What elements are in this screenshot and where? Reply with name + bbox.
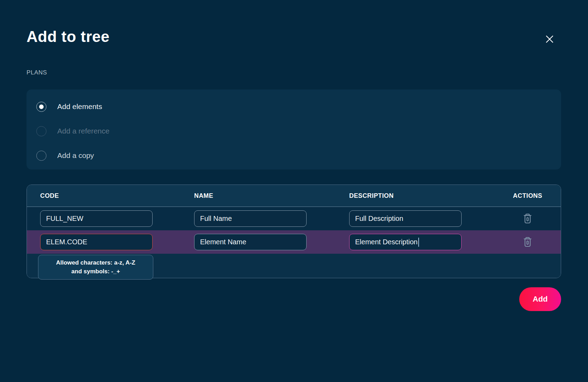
delete-row-button[interactable] [522, 237, 533, 248]
code-input[interactable]: FULL_NEW [40, 210, 153, 227]
add-button[interactable]: Add [519, 287, 561, 311]
name-input[interactable]: Element Name [194, 234, 307, 250]
radio-unselected-icon[interactable] [36, 151, 46, 161]
radio-label: Add elements [57, 102, 102, 111]
delete-row-button[interactable] [522, 213, 533, 224]
name-value: Full Name [200, 215, 232, 223]
close-button[interactable] [544, 34, 555, 45]
add-to-tree-modal: Add to tree PLANS Add elements Add a ref… [0, 0, 588, 382]
page-title: Add to tree [27, 28, 110, 45]
radio-label: Add a reference [57, 127, 109, 135]
tooltip-line-2: and symbols: -_+ [43, 267, 149, 276]
name-input[interactable]: Full Name [194, 210, 307, 227]
column-header-name: NAME [194, 192, 349, 200]
table-row: FULL_NEW Full Name Full Description [27, 207, 561, 230]
column-header-code: CODE [27, 192, 194, 200]
trash-icon [522, 213, 533, 224]
plans-radio-group: Add elements Add a reference Add a copy [27, 89, 561, 170]
radio-option-add-a-reference: Add a reference [27, 119, 561, 143]
table-row-active: ELEM.CODE Element Name Element Descripti… [27, 230, 561, 254]
plans-section-label: PLANS [27, 69, 47, 76]
description-input[interactable]: Full Description [349, 210, 462, 227]
radio-label: Add a copy [57, 151, 94, 160]
add-button-label: Add [533, 295, 548, 304]
radio-selected-icon[interactable] [36, 102, 46, 112]
name-value: Element Name [200, 238, 246, 246]
description-value: Element Description [355, 238, 418, 246]
description-input-focused[interactable]: Element Description [349, 234, 462, 250]
text-cursor [418, 238, 419, 247]
radio-option-add-a-copy[interactable]: Add a copy [27, 143, 561, 168]
validation-tooltip: Allowed characters: a-z, A-Z and symbols… [38, 255, 153, 280]
column-header-actions: ACTIONS [494, 192, 561, 200]
column-header-description: DESCRIPTION [349, 192, 494, 200]
code-value: FULL_NEW [46, 215, 83, 223]
radio-option-add-elements[interactable]: Add elements [27, 94, 561, 119]
code-input-error[interactable]: ELEM.CODE [40, 234, 153, 250]
radio-unselected-icon [36, 126, 46, 136]
close-icon [545, 35, 554, 44]
elements-table-wrap: CODE NAME DESCRIPTION ACTIONS FULL_NEW F… [27, 185, 561, 278]
code-value: ELEM.CODE [46, 238, 87, 246]
table-header-row: CODE NAME DESCRIPTION ACTIONS [27, 185, 561, 207]
trash-icon [522, 237, 533, 248]
description-value: Full Description [355, 215, 403, 223]
tooltip-line-1: Allowed characters: a-z, A-Z [43, 259, 149, 267]
